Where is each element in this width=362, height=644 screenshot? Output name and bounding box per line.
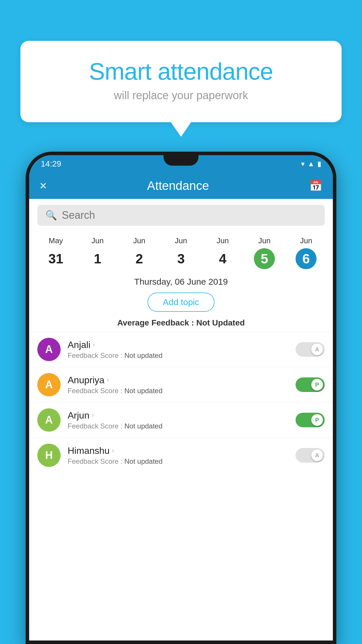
cal-month: Jun: [300, 236, 312, 245]
battery-icon: ▮: [317, 160, 321, 168]
cal-date[interactable]: 2: [129, 248, 150, 269]
toggle-track-3: A: [296, 448, 325, 463]
student-avatar-1: A: [37, 373, 61, 396]
toggle-thumb-3: A: [311, 449, 323, 461]
toggle-track-2: P: [296, 413, 325, 427]
feedback-score-2: Feedback Score : Not updated: [68, 422, 296, 430]
cal-date[interactable]: 4: [212, 248, 233, 269]
status-icons: ▾ ▲ ▮: [301, 160, 321, 168]
average-feedback-label: Average Feedback :: [117, 318, 196, 327]
calendar-day-1[interactable]: Jun1: [85, 236, 111, 269]
bubble-subtitle: will replace your paperwork: [44, 89, 318, 102]
add-topic-button[interactable]: Add topic: [147, 293, 214, 312]
cal-date[interactable]: 31: [45, 248, 66, 269]
cal-date[interactable]: 1: [87, 248, 108, 269]
speech-bubble: Smart attendance will replace your paper…: [20, 41, 342, 122]
toggle-thumb-0: A: [311, 344, 323, 355]
cal-date[interactable]: 5: [254, 248, 275, 269]
attendance-toggle-0[interactable]: A: [296, 342, 325, 357]
student-avatar-3: H: [37, 444, 61, 467]
selected-date-label: Thursday, 06 June 2019: [29, 272, 333, 289]
cal-month: Jun: [133, 236, 145, 245]
student-row-2[interactable]: AArjun ›Feedback Score : Not updatedP: [29, 402, 333, 438]
attendance-toggle-3[interactable]: A: [296, 448, 325, 463]
student-row-3[interactable]: HHimanshu ›Feedback Score : Not updatedA: [29, 438, 333, 473]
phone-frame: 14:29 ▾ ▲ ▮ × Attendance 📅 🔍 May31Jun1Ju…: [26, 152, 336, 644]
cal-date[interactable]: 6: [296, 248, 317, 269]
chevron-icon: ›: [92, 412, 94, 419]
calendar-strip: May31Jun1Jun2Jun3Jun4Jun5Jun6: [29, 232, 333, 272]
wifi-icon: ▾: [301, 160, 305, 168]
feedback-score-0: Feedback Score : Not updated: [68, 351, 296, 360]
search-input[interactable]: [62, 209, 317, 221]
cal-month: Jun: [92, 236, 104, 245]
cal-month: May: [49, 236, 63, 245]
search-container: 🔍: [37, 205, 325, 226]
toggle-track-0: A: [296, 342, 325, 357]
student-name-2: Arjun ›: [68, 410, 296, 421]
calendar-icon[interactable]: 📅: [309, 180, 322, 192]
cal-month: Jun: [175, 236, 187, 245]
calendar-day-5[interactable]: Jun5: [251, 236, 277, 269]
student-row-1[interactable]: AAnupriya ›Feedback Score : Not updatedP: [29, 367, 333, 402]
calendar-day-4[interactable]: Jun4: [210, 236, 236, 269]
status-time: 14:29: [41, 159, 61, 169]
calendar-day-2[interactable]: Jun2: [126, 236, 152, 269]
toggle-track-1: P: [296, 377, 325, 392]
student-avatar-0: A: [37, 338, 61, 361]
chevron-icon: ›: [107, 376, 109, 384]
signal-icon: ▲: [307, 160, 314, 168]
toggle-thumb-2: P: [311, 414, 323, 426]
student-info-2: Arjun ›Feedback Score : Not updated: [68, 410, 296, 430]
phone-inner: 14:29 ▾ ▲ ▮ × Attendance 📅 🔍 May31Jun1Ju…: [29, 155, 333, 640]
student-list: AAnjali ›Feedback Score : Not updatedAAA…: [29, 332, 333, 473]
feedback-score-3: Feedback Score : Not updated: [68, 457, 296, 466]
toggle-thumb-1: P: [311, 379, 323, 391]
student-info-0: Anjali ›Feedback Score : Not updated: [68, 340, 296, 360]
close-button[interactable]: ×: [40, 179, 47, 193]
student-avatar-2: A: [37, 408, 61, 432]
attendance-toggle-1[interactable]: P: [296, 377, 325, 392]
student-info-1: Anupriya ›Feedback Score : Not updated: [68, 375, 296, 395]
attendance-toggle-2[interactable]: P: [296, 413, 325, 427]
cal-date[interactable]: 3: [171, 248, 191, 269]
search-icon: 🔍: [45, 210, 57, 221]
student-name-3: Himanshu ›: [68, 445, 296, 456]
speech-bubble-container: Smart attendance will replace your paper…: [20, 41, 342, 122]
calendar-day-3[interactable]: Jun3: [168, 236, 194, 269]
bubble-title: Smart attendance: [44, 58, 318, 85]
calendar-day-6[interactable]: Jun6: [293, 236, 319, 269]
chevron-icon: ›: [112, 447, 114, 454]
average-feedback: Average Feedback : Not Updated: [29, 315, 333, 332]
header-title: Attendance: [147, 179, 209, 193]
cal-month: Jun: [258, 236, 270, 245]
student-name-1: Anupriya ›: [68, 375, 296, 386]
average-feedback-value: Not Updated: [196, 318, 245, 327]
student-info-3: Himanshu ›Feedback Score : Not updated: [68, 445, 296, 466]
chevron-icon: ›: [93, 341, 95, 349]
student-row-0[interactable]: AAnjali ›Feedback Score : Not updatedA: [29, 332, 333, 367]
feedback-score-1: Feedback Score : Not updated: [68, 387, 296, 395]
student-name-0: Anjali ›: [68, 340, 296, 350]
calendar-day-0[interactable]: May31: [43, 236, 69, 269]
cal-month: Jun: [217, 236, 229, 245]
phone-notch: [164, 155, 198, 166]
app-header: × Attendance 📅: [29, 173, 333, 199]
